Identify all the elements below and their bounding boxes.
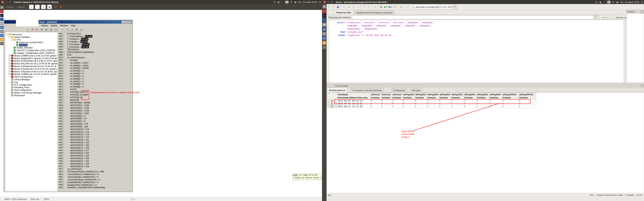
column-header[interactable]: wPmp1KKboolean — [403, 93, 415, 99]
variable-row[interactable]: 0055TransmitStates (%MW2416) = 0 — [58, 176, 131, 178]
variable-row[interactable]: 0021ALARM[9] = 0 — [58, 85, 131, 88]
tree-item[interactable]: +library TcModbusSrv.lib 30.5.11 10:34:2… — [5, 65, 57, 68]
column-header[interactable]: wPmp3KKboolean — [427, 93, 439, 99]
paste-icon[interactable]: ❏ — [70, 28, 74, 31]
gimp-icon[interactable]: G — [0, 30, 4, 33]
explain-query-icon[interactable]: ❖ — [393, 5, 397, 9]
variable-row[interactable]: 0059+SHARED_PARAMETERS (%MW2946) — [58, 186, 131, 189]
minimize-window-button[interactable]: – — [5, 1, 8, 3]
tree-item[interactable]: +library TcKL6401.lib 18.2.10 08:24:48: … — [5, 62, 57, 65]
editor-scrollbar[interactable] — [624, 20, 626, 83]
tab-sql-editor[interactable]: Редактор SQL — [334, 10, 354, 15]
clock[interactable]: Пн., 15 июня 15:00 — [298, 1, 317, 3]
variable-row[interactable]: 0012ALARM[0] = 37927 — [58, 61, 131, 64]
tab-explain[interactable]: Построить план выполнения — [351, 88, 384, 92]
sql-editor[interactable]: SELECT "TimeState", "wTorch1", "wTorch2"… — [326, 20, 624, 83]
variable-row[interactable]: 0031SENSOR[4] = 2261 — [58, 112, 131, 115]
expand-icon[interactable]: + — [8, 65, 10, 67]
tree-item[interactable]: Library Manager — [5, 78, 57, 81]
variable-row[interactable]: 0038SENSOR[11] = 173 — [58, 131, 131, 133]
keyboard-indicator[interactable]: En — [285, 1, 288, 3]
variable-row[interactable]: 0047SENSOR[20] = 320 — [58, 155, 131, 157]
copy-icon[interactable]: ⧉ — [347, 5, 351, 9]
row-number[interactable]: 3 — [327, 105, 337, 108]
variable-row[interactable]: 0035SENSOR[8] = 176 — [58, 123, 131, 125]
new-declaration-icon[interactable]: ⊞ — [40, 28, 44, 31]
execute-query-icon[interactable]: ▶ — [379, 5, 384, 9]
variable-row[interactable]: 0001+PLCDateTime — [58, 32, 131, 35]
pgadmin-icon[interactable]: pg — [322, 27, 326, 31]
vmware-icon[interactable]: VM — [0, 22, 4, 25]
variable-row[interactable]: 0019ALARM[7] = 0 — [58, 80, 131, 83]
menu-item-extras[interactable]: Extras — [42, 24, 48, 27]
back-button[interactable]: ‹ Назад — [5, 5, 14, 9]
column-header[interactable]: wTorch2boolean — [381, 93, 392, 99]
menu-item-help[interactable]: Help — [71, 24, 76, 27]
variable-row[interactable]: 0029SENSOR[2] = 2258 — [58, 107, 131, 109]
variable-row[interactable]: 0008+PTESYSINFO (%MW5000) — [58, 51, 131, 54]
execute-to-file-icon[interactable]: ▶S — [388, 5, 393, 9]
variable-row[interactable]: 0004f_TxStates = FALSE — [58, 40, 131, 43]
variable-row[interactable]: 0057EnableRRSRV (%MW2420) = 0 — [58, 181, 131, 184]
undo-icon[interactable]: ↶ — [362, 5, 366, 9]
save-icon[interactable]: ▦ — [336, 5, 340, 9]
tree-item[interactable]: -Resources — [5, 33, 57, 36]
variable-row[interactable]: 0006f_TxArchive = FALSE — [58, 45, 131, 48]
variable-row[interactable]: 0005f_TxAnalogs = FALSE — [58, 43, 131, 45]
ubuntu-indicator-icon[interactable]: ◉ — [600, 1, 601, 3]
open-file-icon[interactable]: ❒ — [331, 5, 336, 9]
tree-item[interactable]: TwinCAT_Configuration (VAR_CONFIG) — [5, 49, 57, 52]
table-cell[interactable]: f — [381, 105, 392, 108]
copy-icon[interactable]: ❐ — [65, 28, 69, 31]
variable-row[interactable]: 0053PTESystemStatus (%MW2412) = 999 — [58, 170, 131, 173]
variable-row[interactable]: 0016ALARM[4] = 0 — [58, 72, 131, 75]
variable-row[interactable]: 0048SENSOR[21] = 336 — [58, 157, 131, 160]
clear-window-icon[interactable]: ◇ — [356, 5, 360, 9]
variable-row[interactable]: 0042SENSOR[15] = 183 — [58, 141, 131, 144]
variable-row[interactable]: 0002f_TransmitBusy = FALSE — [58, 35, 131, 38]
minimize-icon[interactable]: – — [122, 21, 125, 23]
files-icon[interactable]: ▤ — [0, 38, 4, 41]
tree-item[interactable]: Task configuration — [5, 89, 57, 91]
column-header[interactable]: wTorch1boolean — [370, 93, 381, 99]
variable-row[interactable]: 0052-srv_BufParams — [58, 168, 131, 170]
zoom-in-button[interactable]: + — [29, 5, 34, 9]
column-header[interactable]: wPmp1KHVSboolean — [502, 93, 519, 99]
variable-row[interactable]: 0018ALARM[6] = 0 — [58, 77, 131, 80]
variable-row[interactable]: 0024STATE[1] = 21869 — [58, 93, 131, 96]
collapse-icon[interactable]: - — [11, 39, 13, 41]
cancel-query-icon[interactable]: ■ — [399, 5, 404, 9]
tree-item[interactable]: Watch- and Recipe Manager — [5, 91, 57, 94]
libreoffice-writer-icon[interactable]: W — [322, 36, 326, 40]
collapse-icon[interactable]: - — [8, 36, 10, 38]
variable-row[interactable]: 0009+PTE — [58, 54, 131, 56]
ubuntu-indicator-icon[interactable]: ◉ — [278, 1, 279, 3]
collapse-icon[interactable]: - — [68, 99, 69, 101]
ubuntu-dash-icon[interactable]: ◉ — [322, 5, 326, 8]
logout-icon[interactable]: ▥ — [49, 28, 53, 31]
variable-row[interactable]: 0044SENSOR[17] = 206 — [58, 146, 131, 149]
grid-corner-cell[interactable] — [327, 93, 337, 99]
expand-icon[interactable]: + — [65, 187, 66, 189]
mail-icon[interactable]: ✉ — [612, 1, 614, 3]
menu-item-online[interactable]: Online — [51, 24, 57, 27]
variable-row[interactable]: 0040SENSOR[13] = 179 — [58, 136, 131, 139]
download-icon[interactable]: ⇩ — [25, 28, 30, 31]
pgadmin-icon[interactable]: pg — [0, 26, 4, 29]
variable-row[interactable]: 0030SENSOR[3] = 2239 — [58, 109, 131, 112]
variable-row[interactable]: 0032SENSOR[5] = 9 — [58, 115, 131, 117]
volume-icon[interactable]: ◀) — [616, 1, 618, 3]
filezilla-icon[interactable]: FZ — [322, 9, 326, 13]
previous-queries-combo[interactable] — [352, 15, 594, 19]
column-header[interactable]: wPmp2KOboolean — [464, 93, 476, 99]
collapse-icon[interactable]: - — [6, 33, 8, 35]
expand-icon[interactable]: + — [65, 33, 66, 34]
table-cell[interactable]: f — [392, 105, 403, 108]
column-header[interactable]: wPmp2KKboolean — [415, 93, 427, 99]
variable-row[interactable]: 0034SENSOR[7] = 5 — [58, 120, 131, 123]
minimize-window-button[interactable]: – — [327, 1, 330, 3]
expand-icon[interactable]: + — [8, 57, 10, 59]
variable-row[interactable]: 0041SENSOR[14] = 181 — [58, 139, 131, 141]
tree-item[interactable]: +library STANDARD.LIB 5.6.98 11:03:02: g… — [5, 60, 57, 62]
variable-row[interactable]: 0028SENSOR[1] = 2258 — [58, 104, 131, 107]
